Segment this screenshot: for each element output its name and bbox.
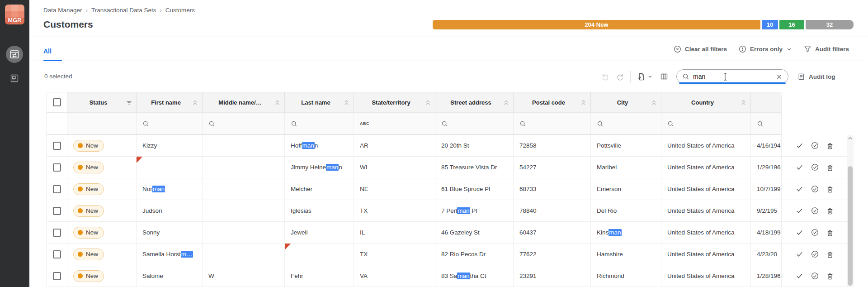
filter-last-name[interactable] bbox=[285, 113, 354, 135]
row-checkbox[interactable] bbox=[53, 185, 61, 193]
tab-all[interactable]: All bbox=[43, 37, 52, 61]
delete-row-button[interactable] bbox=[826, 228, 835, 237]
filter-postal-code[interactable] bbox=[514, 113, 591, 135]
column-header-last-name[interactable]: Last name bbox=[285, 92, 354, 113]
table-body: NewKizzyHoffmannAR20 20th St72858Pottsvi… bbox=[47, 135, 854, 287]
row-checkbox[interactable] bbox=[53, 142, 61, 150]
global-search-box[interactable] bbox=[676, 69, 788, 84]
confirm-row-button[interactable] bbox=[795, 249, 804, 259]
table-header-row: StatusFirst nameMiddle name/…Last nameSt… bbox=[47, 92, 854, 113]
breadcrumb-item[interactable]: Transactional Data Sets bbox=[91, 7, 156, 14]
column-header-postal-code[interactable]: Postal code bbox=[514, 92, 591, 113]
status-segment[interactable]: 16 bbox=[779, 20, 804, 29]
confirm-row-button[interactable] bbox=[795, 163, 804, 172]
cell-state-territory: AR bbox=[354, 135, 435, 157]
search-icon bbox=[291, 120, 297, 127]
search-highlight: man bbox=[609, 229, 621, 236]
cell-text: Sonny bbox=[142, 229, 160, 236]
cell-city: Hamshire bbox=[591, 244, 661, 265]
export-button[interactable] bbox=[637, 72, 653, 81]
errors-only-dropdown[interactable]: Errors only bbox=[739, 45, 792, 53]
status-badge-label: New bbox=[86, 186, 98, 192]
cell-street-address: 46 Gazeley St bbox=[435, 222, 514, 244]
confirm-row-button[interactable] bbox=[795, 141, 804, 150]
filter-state-territory[interactable]: ABC bbox=[354, 113, 435, 135]
search-icon bbox=[208, 120, 215, 127]
filter-first-name[interactable] bbox=[137, 113, 203, 135]
confirm-row-button[interactable] bbox=[795, 184, 804, 194]
clear-search-button[interactable] bbox=[776, 73, 783, 80]
page-title: Customers bbox=[43, 19, 93, 30]
column-header-middle-name[interactable]: Middle name/… bbox=[203, 92, 285, 113]
column-header-state-territory[interactable]: State/territory bbox=[354, 92, 435, 113]
confirm-row-button[interactable] bbox=[795, 271, 804, 281]
validate-row-button[interactable] bbox=[810, 228, 820, 237]
filter-status[interactable] bbox=[67, 113, 137, 135]
row-checkbox[interactable] bbox=[53, 207, 61, 215]
cell-street-address: 82 Rio Pecos Dr bbox=[435, 244, 514, 265]
validate-row-button[interactable] bbox=[810, 206, 820, 215]
cell-postal-code: 77622 bbox=[514, 244, 591, 265]
confirm-row-button[interactable] bbox=[795, 228, 804, 237]
scrollbar-up-icon[interactable] bbox=[848, 136, 853, 140]
validate-row-button[interactable] bbox=[810, 184, 820, 194]
cell-text: Kinsman bbox=[597, 229, 622, 236]
filter-middle-name[interactable] bbox=[203, 113, 285, 135]
audit-log-button[interactable]: Audit log bbox=[797, 73, 835, 81]
sidebar-item-transactional-data[interactable] bbox=[6, 46, 23, 63]
cell-country: United States of America bbox=[661, 222, 751, 244]
column-header-first-name[interactable]: First name bbox=[137, 92, 203, 113]
status-dot-icon bbox=[78, 230, 83, 235]
cell-country: United States of America bbox=[661, 265, 751, 287]
audit-filters-button[interactable]: Audit filters bbox=[804, 45, 849, 53]
row-checkbox[interactable] bbox=[53, 229, 61, 237]
filter-street-address[interactable] bbox=[435, 113, 514, 135]
sidebar-item-records[interactable] bbox=[9, 73, 19, 83]
status-segment[interactable]: 32 bbox=[806, 20, 854, 29]
delete-row-button[interactable] bbox=[826, 185, 835, 194]
status-segment[interactable]: 204 New bbox=[433, 20, 760, 29]
clear-all-filters-button[interactable]: Clear all filters bbox=[674, 45, 727, 53]
breadcrumb-item[interactable]: Data Manager bbox=[43, 7, 82, 14]
delete-row-button[interactable] bbox=[826, 206, 835, 215]
row-checkbox[interactable] bbox=[53, 250, 61, 258]
delete-row-button[interactable] bbox=[826, 163, 835, 172]
filter-country[interactable] bbox=[661, 113, 751, 135]
cell-city: Del Rio bbox=[591, 200, 661, 222]
validate-row-button[interactable] bbox=[810, 271, 820, 281]
vertical-scrollbar[interactable] bbox=[847, 135, 854, 287]
delete-row-button[interactable] bbox=[826, 250, 835, 259]
x-icon bbox=[776, 73, 783, 80]
confirm-row-button[interactable] bbox=[795, 206, 804, 215]
validate-row-button[interactable] bbox=[810, 249, 820, 259]
breadcrumb-separator: › bbox=[160, 7, 161, 14]
toolbar: 0 selected bbox=[29, 61, 868, 92]
validate-row-button[interactable] bbox=[810, 163, 820, 172]
search-input[interactable] bbox=[693, 73, 772, 80]
row-checkbox[interactable] bbox=[53, 163, 61, 172]
breadcrumb-item[interactable]: Customers bbox=[165, 7, 195, 14]
cell-text: 83 Samantha Ct bbox=[441, 273, 486, 279]
column-header-country[interactable]: Country bbox=[661, 92, 751, 113]
column-header-street-address[interactable]: Street address bbox=[435, 92, 514, 113]
tab-row: All Clear all filters Errors only bbox=[29, 37, 868, 61]
columns-button[interactable] bbox=[660, 72, 668, 81]
column-header-city[interactable]: City bbox=[591, 92, 661, 113]
row-checkbox[interactable] bbox=[53, 272, 61, 280]
scrollbar-thumb[interactable] bbox=[848, 166, 853, 286]
select-all-checkbox[interactable] bbox=[53, 98, 61, 106]
row-checkbox-cell bbox=[47, 200, 67, 222]
redo-button[interactable] bbox=[616, 72, 625, 81]
column-header-status[interactable]: Status bbox=[67, 92, 137, 113]
delete-row-button[interactable] bbox=[826, 141, 835, 150]
app-logo[interactable]: MGR bbox=[5, 5, 24, 24]
filter-date[interactable] bbox=[751, 113, 781, 135]
delete-row-button[interactable] bbox=[826, 272, 835, 281]
audit-log-icon bbox=[797, 73, 805, 81]
status-segment[interactable]: 10 bbox=[762, 20, 778, 29]
validate-row-button[interactable] bbox=[810, 141, 820, 150]
column-label: Middle name/… bbox=[206, 99, 274, 106]
filter-city[interactable] bbox=[591, 113, 661, 135]
undo-button[interactable] bbox=[601, 72, 609, 81]
column-header-date[interactable] bbox=[751, 92, 781, 113]
